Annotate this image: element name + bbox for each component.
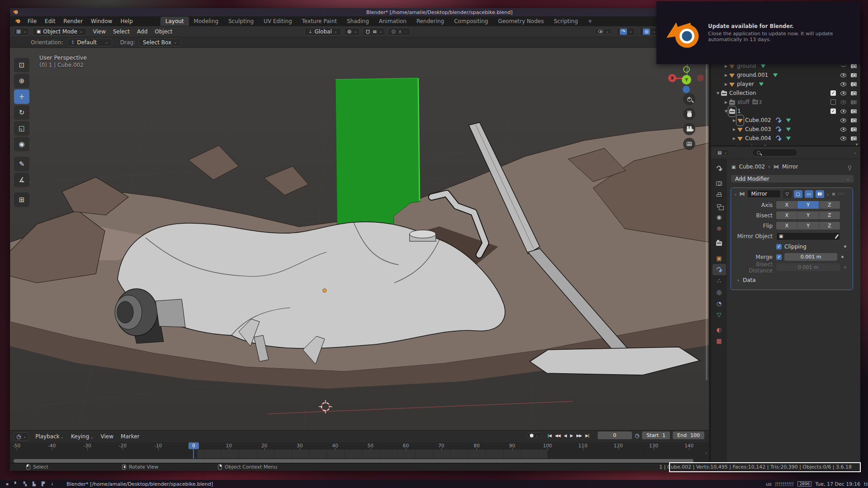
render-visibility-icon[interactable]	[851, 91, 857, 95]
drag-handle[interactable]: ∷∷	[838, 192, 844, 196]
collection-checkbox[interactable]	[830, 99, 836, 105]
rotate-tool[interactable]: ↻	[14, 105, 29, 120]
merge-threshold-field[interactable]: 0.001 m	[784, 253, 837, 261]
ortho-toggle-button[interactable]	[683, 138, 695, 150]
properties-editor-type-button[interactable]: ▤⌄	[715, 149, 730, 156]
taskbar-layout-icon-0[interactable]: ▪	[6, 482, 9, 486]
decorator-dot[interactable]	[844, 245, 846, 248]
breadcrumb-object[interactable]: Cube.002	[739, 164, 765, 170]
mirror-object-field[interactable]: ▣	[776, 232, 840, 240]
taskbar-layout-icon-4[interactable]: ▛	[42, 482, 45, 486]
disclosure-icon[interactable]: ▶	[723, 73, 729, 77]
transform-tool[interactable]: ◉	[14, 137, 29, 151]
taskbar-layout-icon-1[interactable]: ▘	[14, 482, 18, 486]
taskbar-layout-icon-2[interactable]: ▚	[24, 482, 27, 486]
annotate-tool[interactable]: ✎	[14, 157, 29, 171]
visibility-eye-icon[interactable]	[840, 100, 846, 104]
render-visibility-icon[interactable]	[851, 136, 857, 141]
properties-tab-view-layer[interactable]	[712, 200, 726, 211]
properties-tab-physics[interactable]: ◎	[712, 286, 726, 298]
taskbar-window-title[interactable]: Blender* [/home/amalie/Desktop/blender/s…	[66, 481, 213, 487]
tab-uv-editing[interactable]: UV Editing	[259, 17, 297, 26]
add-cube-tool[interactable]: ⊞	[14, 192, 29, 207]
axis-y-button[interactable]: Y	[797, 201, 819, 209]
tab-shading[interactable]: Shading	[342, 17, 374, 26]
timeline-ruler[interactable]: -50-40-30-20-100102030405060708090100110…	[10, 442, 709, 464]
outliner-row-collection[interactable]: ▼Collection	[711, 89, 860, 98]
auto-keying-button[interactable]: ⌄	[527, 432, 542, 438]
menu-help[interactable]: Help	[116, 17, 137, 25]
prev-keyframe-button[interactable]: ◀◀	[553, 432, 561, 439]
bisect-y-button[interactable]: Y	[797, 211, 819, 219]
tab-modeling[interactable]: Modeling	[189, 17, 224, 26]
properties-tab-object-data[interactable]: ▽	[712, 309, 726, 320]
outliner-row-stuff[interactable]: ▶stuff3	[711, 98, 860, 107]
pivot-point-dropdown[interactable]: ⊚⌄	[344, 28, 360, 36]
viewport-menu-select[interactable]: Select	[109, 28, 133, 36]
render-visibility-icon[interactable]	[851, 100, 857, 104]
bisect-x-button[interactable]: X	[776, 211, 797, 219]
cursor-tool[interactable]: ⊕	[14, 74, 29, 88]
modifier-extras-caret[interactable]: ⌄	[826, 192, 830, 196]
visibility-eye-icon[interactable]	[841, 64, 846, 67]
play-button[interactable]: ▶	[569, 432, 574, 439]
show-object-types-dropdown[interactable]: ⌄	[594, 28, 612, 34]
proportional-editing-controls[interactable]: ⊙∧⌄	[388, 28, 410, 36]
gizmos-toggle[interactable]: ↷⌄	[617, 28, 636, 36]
collection-checkbox[interactable]	[830, 108, 836, 114]
disclosure-icon[interactable]: ▼	[715, 91, 721, 95]
properties-tab-texture[interactable]: ▦	[712, 335, 726, 347]
properties-tab-particles[interactable]: ∴	[712, 275, 726, 286]
timeline-scrollbar[interactable]	[14, 459, 693, 463]
breadcrumb-modifier[interactable]: Mirror	[782, 164, 798, 170]
tray-icons[interactable]: ƒƒƒƒƒƒƒƒƒƒ	[775, 482, 794, 486]
flip-z-button[interactable]: Z	[819, 222, 840, 230]
render-visibility-icon[interactable]	[851, 64, 857, 68]
properties-tab-collection[interactable]	[712, 238, 726, 249]
gizmo-axis-x[interactable]: X	[668, 74, 676, 82]
tab-layout[interactable]: Layout	[160, 17, 189, 26]
decorator-dot[interactable]	[841, 256, 844, 258]
tab-animation[interactable]: Animation	[374, 17, 411, 26]
gizmo-axis-y-neg[interactable]	[683, 66, 690, 73]
camera-view-button[interactable]	[683, 123, 695, 135]
visibility-eye-icon[interactable]	[840, 136, 846, 141]
data-subpanel[interactable]: Data	[743, 277, 756, 283]
collection-checkbox[interactable]	[830, 90, 836, 96]
properties-tab-material[interactable]: ◐	[712, 324, 726, 335]
disclosure-icon[interactable]: ▶	[731, 136, 737, 141]
visibility-eye-icon[interactable]	[840, 127, 846, 131]
tab-compositing[interactable]: Compositing	[449, 17, 493, 26]
render-visibility-icon[interactable]	[851, 118, 857, 122]
disclosure-icon[interactable]: ▶	[723, 64, 729, 68]
tab-rendering[interactable]: Rendering	[411, 17, 449, 26]
show-in-editmode-toggle[interactable]: ▢	[794, 190, 802, 198]
flip-y-button[interactable]: Y	[797, 222, 819, 230]
timeline-menu-marker[interactable]: Marker	[117, 432, 143, 441]
editor-type-button[interactable]: ⊞⌄	[14, 28, 29, 36]
delete-modifier-button[interactable]: ×	[831, 191, 835, 197]
drag-mode-dropdown[interactable]: Select Box⌄	[139, 38, 181, 47]
viewport-menu-object[interactable]: Object	[151, 28, 176, 36]
playhead[interactable]: 0	[189, 442, 199, 449]
gizmo-axis-y[interactable]: Y	[682, 75, 691, 84]
show-render-toggle[interactable]	[816, 190, 824, 198]
show-realtime-toggle[interactable]: ▭	[805, 190, 813, 198]
outliner-row-cube-003[interactable]: ▶Cube.003	[711, 125, 860, 134]
disclosure-icon[interactable]: ▶	[731, 118, 737, 122]
disclosure-icon[interactable]: ▶	[731, 127, 737, 131]
properties-tab-world[interactable]: ⊕	[712, 223, 726, 234]
outliner-row-player[interactable]: ▶player	[711, 80, 860, 89]
select-box-tool[interactable]: ⊡	[14, 58, 29, 72]
measure-tool[interactable]: ∡	[14, 173, 29, 187]
next-keyframe-button[interactable]: ▶▶	[575, 432, 583, 439]
jump-to-start-button[interactable]: |◀	[546, 432, 552, 439]
start-frame-field[interactable]: Start1	[642, 432, 670, 439]
viewport-scrollbar[interactable]	[706, 52, 708, 380]
3d-viewport[interactable]: User Perspective (0) 1 | Cube.002 ⊡⊕+↻◱◉…	[10, 48, 709, 430]
disclosure-icon[interactable]: ▶	[723, 100, 729, 104]
tab-scripting[interactable]: Scripting	[549, 17, 583, 26]
end-frame-field[interactable]: End100	[673, 432, 704, 439]
menu-window[interactable]: Window	[87, 17, 116, 25]
visibility-eye-icon[interactable]	[840, 118, 846, 122]
